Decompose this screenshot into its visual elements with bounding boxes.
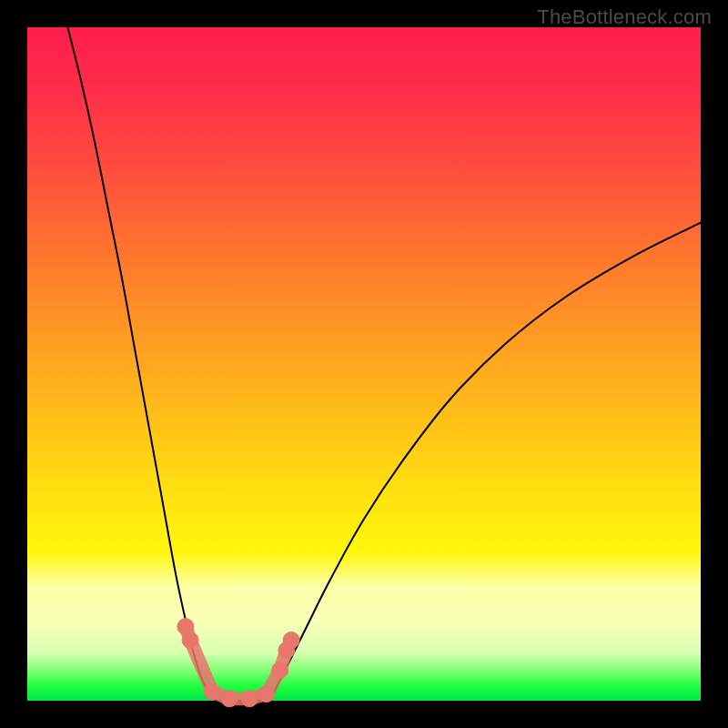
marker-dot — [221, 691, 238, 707]
marker-group — [177, 619, 299, 707]
curve-left-branch — [67, 27, 216, 701]
outer-frame: TheBottleneck.com — [0, 0, 728, 728]
watermark-text: TheBottleneck.com — [537, 5, 712, 29]
marker-dot — [241, 691, 258, 707]
marker-dot — [258, 686, 275, 703]
curve-right-branch — [269, 223, 701, 701]
marker-ribbon — [186, 627, 291, 699]
chart-overlay — [27, 27, 701, 701]
marker-dot — [182, 632, 198, 648]
marker-dot — [283, 632, 299, 648]
marker-dot — [205, 683, 221, 700]
marker-dot — [272, 662, 288, 679]
